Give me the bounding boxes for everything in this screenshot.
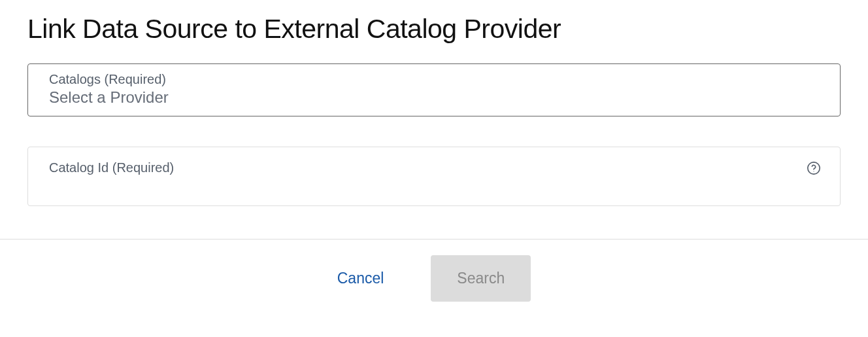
catalog-id-field[interactable]: Catalog Id (Required) [27,147,841,206]
svg-point-0 [808,162,820,174]
catalogs-placeholder: Select a Provider [49,88,169,106]
link-data-source-dialog: Link Data Source to External Catalog Pro… [0,0,868,206]
dialog-title: Link Data Source to External Catalog Pro… [27,13,841,45]
catalogs-select[interactable]: Catalogs (Required) Select a Provider [27,63,841,116]
dialog-footer: Cancel Search [0,239,868,317]
search-button[interactable]: Search [431,255,531,302]
help-icon[interactable] [806,160,822,176]
catalogs-label: Catalogs (Required) [49,72,819,87]
catalog-id-label: Catalog Id (Required) [49,160,801,175]
cancel-button[interactable]: Cancel [337,270,384,287]
svg-point-1 [813,171,814,172]
